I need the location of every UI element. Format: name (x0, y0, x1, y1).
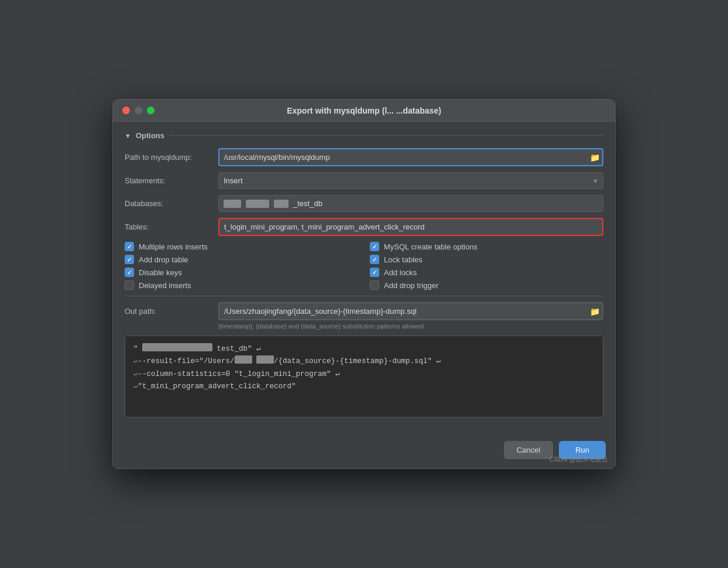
statements-row: Statements: Insert Replace ▼ (125, 172, 603, 189)
maximize-button[interactable] (147, 107, 154, 114)
lock-tables-label: Lock tables (384, 255, 423, 264)
add-drop-table-label: Add drop table (139, 255, 188, 264)
path-label: Path to mysqldump: (125, 153, 218, 162)
db-blur-3 (274, 200, 289, 208)
code-preview: " test_db" ↵ ↵ --result-file="/Users/ /{… (125, 336, 603, 418)
code-prefix-2: ↵ (133, 355, 138, 368)
section-divider (169, 135, 603, 136)
collapse-icon: ▼ (125, 132, 131, 139)
databases-row: Databases: _test_db (125, 195, 603, 212)
code-line-2: ↵ --result-file="/Users/ /{data_source}-… (133, 355, 595, 368)
lock-tables-checkbox[interactable] (370, 255, 379, 264)
add-drop-trigger-label: Add drop trigger (384, 281, 438, 290)
outpath-hint: {timestamp}, {database} and {data_source… (218, 323, 603, 330)
path-field: 📁 (218, 148, 603, 166)
checkbox-add-drop-trigger: Add drop trigger (370, 280, 603, 290)
mysql-create-checkbox[interactable] (370, 242, 379, 251)
code-blur-2a (235, 355, 252, 364)
export-dialog: Export with mysqldump (l... ...database)… (112, 99, 616, 469)
disable-keys-label: Disable keys (139, 268, 182, 277)
titlebar: Export with mysqldump (l... ...database) (113, 100, 615, 122)
outpath-folder-icon[interactable]: 📁 (590, 307, 600, 316)
minimize-button[interactable] (135, 107, 142, 114)
code-text-2: --result-file="/Users/ (138, 355, 235, 368)
folder-icon[interactable]: 📁 (590, 153, 600, 162)
cancel-button[interactable]: Cancel (504, 441, 553, 459)
checkbox-lock-tables: Lock tables (370, 255, 603, 264)
path-row: Path to mysqldump: 📁 (125, 148, 603, 166)
dialog-title: Export with mysqldump (l... ...database) (287, 106, 441, 115)
tables-input[interactable] (218, 218, 603, 236)
add-drop-table-checkbox[interactable] (125, 255, 134, 264)
delayed-inserts-label: Delayed inserts (139, 281, 191, 290)
code-line-3: ↵ --column-statistics=0 "t_login_mini_pr… (133, 368, 595, 381)
outpath-row: Out path: 📁 (125, 302, 603, 320)
checkbox-disable-keys: Disable keys (125, 268, 358, 277)
db-blur-2 (246, 200, 269, 208)
statements-select[interactable]: Insert Replace (218, 172, 603, 189)
dialog-footer: Cancel Run CSDN @技术宅星云 (113, 436, 615, 468)
code-blur-2b (256, 355, 274, 364)
tables-label: Tables: (125, 223, 218, 231)
dialog-body: ▼ Options Path to mysqldump: 📁 Statement… (113, 122, 615, 436)
multiple-rows-checkbox[interactable] (125, 242, 134, 251)
options-label: Options (136, 131, 164, 140)
checkbox-add-drop-table: Add drop table (125, 255, 358, 264)
databases-label: Databases: (125, 199, 218, 208)
close-button[interactable] (122, 107, 130, 114)
outpath-input[interactable] (218, 302, 603, 320)
checkbox-add-locks: Add locks (370, 268, 603, 277)
code-line-1: " test_db" ↵ (133, 343, 595, 355)
checkbox-delayed-inserts: Delayed inserts (125, 280, 358, 290)
code-prefix-3: ↵ (133, 368, 138, 381)
delayed-inserts-checkbox[interactable] (125, 280, 134, 290)
checkbox-mysql-create: MySQL create table options (370, 242, 603, 251)
code-quote: " (133, 343, 142, 355)
statements-label: Statements: (125, 176, 218, 185)
db-blur-1 (224, 200, 241, 208)
add-locks-checkbox[interactable] (370, 268, 379, 277)
add-locks-label: Add locks (384, 268, 417, 277)
code-blur-1 (142, 343, 212, 351)
code-text-1: test_db" ↵ (212, 343, 261, 355)
outpath-label: Out path: (125, 307, 218, 316)
databases-display: _test_db (218, 195, 603, 212)
outpath-field: 📁 (218, 302, 603, 320)
checkbox-multiple-rows: Multiple rows inserts (125, 242, 358, 251)
mysql-create-label: MySQL create table options (384, 242, 478, 251)
traffic-lights (122, 107, 154, 114)
statements-field: Insert Replace ▼ (218, 172, 603, 189)
code-space (252, 355, 257, 368)
code-text-4: "t_mini_program_advert_click_record" (138, 381, 296, 393)
databases-field: _test_db (218, 195, 603, 212)
tables-row: Tables: (125, 218, 603, 236)
checkboxes-section: Multiple rows inserts MySQL create table… (125, 242, 603, 290)
code-line-4: ↵ "t_mini_program_advert_click_record" (133, 381, 595, 393)
disable-keys-checkbox[interactable] (125, 268, 134, 277)
divider (125, 296, 603, 296)
code-prefix-4: ↵ (133, 381, 138, 393)
options-section-header: ▼ Options (125, 131, 603, 140)
watermark: CSDN @技术宅星云 (550, 455, 608, 464)
path-input[interactable] (218, 148, 603, 166)
add-drop-trigger-checkbox[interactable] (370, 280, 379, 290)
databases-suffix: _test_db (293, 199, 322, 208)
code-text-3: --column-statistics=0 "t_login_mini_prog… (138, 368, 340, 381)
multiple-rows-label: Multiple rows inserts (139, 242, 208, 251)
tables-field (218, 218, 603, 236)
code-text-2b: /{data_source}-{timestamp}-dump.sql" ↵ (274, 355, 441, 368)
